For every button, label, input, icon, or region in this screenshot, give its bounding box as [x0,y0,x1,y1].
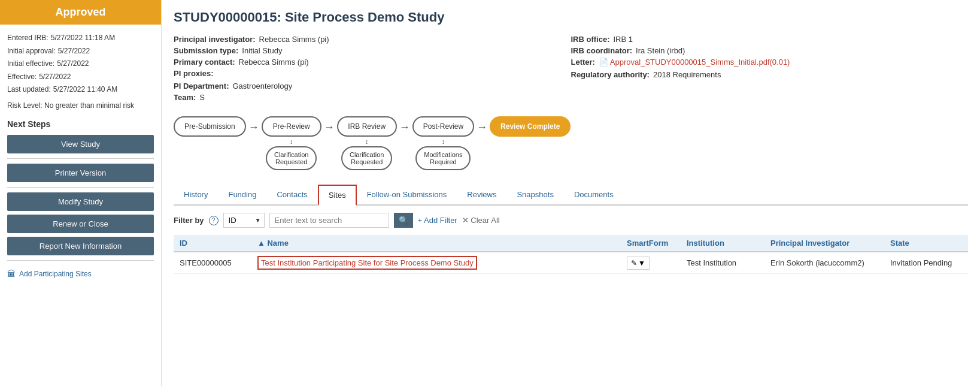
initial-approval-value: 5/27/2022 [58,45,90,58]
col-state[interactable]: State [884,235,968,252]
filter-by-label: Filter by [174,216,204,225]
workflow-irb-review-col: IRB Review ↕ ClarificationRequested [337,116,397,170]
arrow-3: → [399,116,410,138]
risk-level: Risk Level: No greater than minimal risk [0,96,161,114]
printer-version-button[interactable]: Printer Version [7,164,154,182]
add-filter-link[interactable]: + Add Filter [418,216,457,225]
view-study-button[interactable]: View Study [7,135,154,153]
initial-approval-label: Initial approval: [7,45,56,58]
cell-pi: Erin Sokorth (iacuccomm2) [764,252,884,274]
renew-or-close-button[interactable]: Renew or Close [7,215,154,233]
filter-type-select[interactable]: ID Name State [223,213,265,228]
table-row: SITE00000005 Test Institution Participat… [174,252,968,274]
clarification-requested-pre-node: ClarificationRequested [266,146,317,170]
tab-sites[interactable]: Sites [318,185,357,206]
workflow-review-complete-col: Review Complete [490,116,571,137]
filter-search-button[interactable]: 🔍 [394,213,413,228]
submission-type-label: Submission type: [174,46,238,55]
tabs-bar: History Funding Contacts Sites Follow-on… [174,185,968,206]
team-label: Team: [174,93,196,102]
sidebar-divider-3 [7,260,154,261]
pi-dept-value: Gastroenterology [232,82,292,91]
irb-coordinator-value: Ira Stein (irbd) [636,46,685,55]
modifications-required-node: ModificationsRequired [415,146,471,170]
sidebar-divider-2 [7,187,154,188]
tab-history[interactable]: History [174,185,218,206]
add-participating-sites-link[interactable]: 🏛 Add Participating Sites [0,266,161,282]
pre-review-node: Pre-Review [262,116,321,137]
col-pi[interactable]: Principal Investigator [764,235,884,252]
edit-icon: ✎ [631,259,637,267]
letter-link[interactable]: 📄 Approval_STUDY00000015_Simms_Initial.p… [599,58,790,67]
arrow-1: → [248,116,259,138]
pre-submission-node: Pre-Submission [174,116,246,137]
cell-smartform: ✎ ▼ [621,252,681,274]
irb-office-value: IRB 1 [614,35,633,44]
irb-coordinator-label: IRB coordinator: [571,46,633,55]
filter-search-input[interactable] [269,213,389,228]
reg-authority-value: 2018 Requirements [653,70,721,79]
pi-proxies-label: PI proxies: [174,69,213,78]
site-name-link[interactable]: Test Institution Participating Site for … [257,256,477,270]
reg-authority-label: Regulatory authority: [571,70,650,79]
letter-label: Letter: [571,58,595,67]
workflow-post-review-col: Post-Review ↕ ModificationsRequired [412,116,474,170]
cell-name: Test Institution Participating Site for … [251,252,621,274]
col-institution[interactable]: Institution [681,235,764,252]
study-title: STUDY00000015: Site Process Demo Study [174,10,968,25]
effective-label: Effective: [7,71,37,84]
workflow-diagram: Pre-Submission → Pre-Review ↕ Clarificat… [174,116,968,170]
add-sites-label: Add Participating Sites [19,270,92,278]
study-info-right: IRB office:IRB 1 IRB coordinator:Ira Ste… [571,35,969,104]
modify-study-button[interactable]: Modify Study [7,192,154,211]
sites-table-body: SITE00000005 Test Institution Participat… [174,252,968,274]
workflow-pre-review-col: Pre-Review ↕ ClarificationRequested [262,116,321,170]
irb-review-node: IRB Review [337,116,397,137]
report-new-information-button[interactable]: Report New Information [7,237,154,255]
status-banner: Approved [0,0,161,25]
last-updated-value: 5/27/2022 11:40 AM [53,83,117,96]
irb-office-label: IRB office: [571,35,610,44]
building-icon: 🏛 [7,269,16,279]
submission-type-value: Initial Study [242,46,282,55]
team-value: S [199,93,205,102]
entered-irb-value: 5/27/2022 11:18 AM [51,32,115,45]
entered-irb-label: Entered IRB: [7,32,48,45]
cell-institution: Test Institution [681,252,764,274]
sites-table-header: ID ▲ Name SmartForm Institution Principa… [174,235,968,252]
main-content: STUDY00000015: Site Process Demo Study P… [162,0,980,386]
pi-dept-label: PI Department: [174,82,229,91]
tab-reviews[interactable]: Reviews [457,185,506,206]
last-updated-label: Last updated: [7,83,51,96]
pi-label: Principal investigator: [174,35,256,44]
clear-all-link[interactable]: ✕ Clear All [462,216,500,225]
study-info-grid: Principal investigator:Rebecca Simms (pi… [174,35,968,104]
filter-select-wrapper: ID Name State ▼ [223,213,265,228]
arrow-2: → [324,116,335,138]
pi-value: Rebecca Simms (pi) [259,35,329,44]
filter-bar: Filter by ? ID Name State ▼ 🔍 + Add Filt… [174,213,968,228]
smartform-dropdown-arrow: ▼ [638,259,645,267]
next-steps-title: Next Steps [0,114,161,131]
cell-id: SITE00000005 [174,252,251,274]
post-review-node: Post-Review [412,116,474,137]
tab-snapshots[interactable]: Snapshots [506,185,563,206]
smartform-edit-button[interactable]: ✎ ▼ [627,257,650,270]
sidebar: Approved Entered IRB:5/27/2022 11:18 AM … [0,0,162,386]
col-name[interactable]: ▲ Name [251,235,621,252]
tab-funding[interactable]: Funding [218,185,266,206]
filter-help-icon[interactable]: ? [209,216,219,225]
workflow-pre-submission: Pre-Submission [174,116,246,137]
sidebar-divider-1 [7,158,154,159]
tab-documents[interactable]: Documents [564,185,624,206]
cell-state: Invitation Pending [884,252,968,274]
col-smartform[interactable]: SmartForm [621,235,681,252]
primary-contact-label: Primary contact: [174,58,235,67]
review-complete-node: Review Complete [490,116,571,137]
primary-contact-value: Rebecca Simms (pi) [239,58,309,67]
tab-contacts[interactable]: Contacts [266,185,317,206]
study-info-left: Principal investigator:Rebecca Simms (pi… [174,35,571,104]
tab-follow-on-submissions[interactable]: Follow-on Submissions [357,185,457,206]
col-id[interactable]: ID [174,235,251,252]
clarification-requested-irb-node: ClarificationRequested [341,146,392,170]
